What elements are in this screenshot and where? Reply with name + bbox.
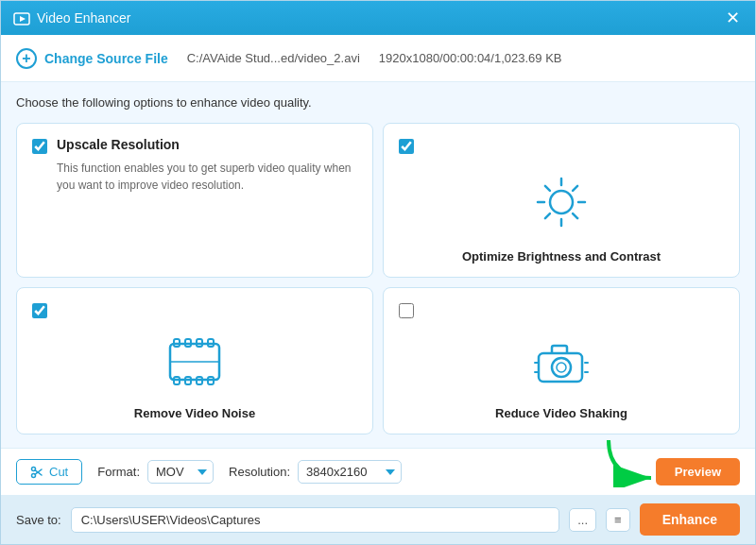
svg-marker-1 (20, 16, 26, 22)
svg-line-8 (573, 213, 577, 218)
close-button[interactable]: ✕ (721, 7, 744, 29)
video-enhancer-window: Video Enhancer ✕ + Change Source File C:… (0, 0, 756, 545)
card-header-noise (32, 301, 357, 318)
upscale-checkbox[interactable] (32, 139, 47, 154)
shaking-label: Reduce Video Shaking (399, 406, 724, 420)
toolbar-row: Cut Format: MOV MP4 AVI MKV Resolution: … (1, 448, 755, 495)
cut-button[interactable]: Cut (16, 459, 82, 485)
scissors-icon (30, 466, 43, 479)
brightness-icon-area (399, 154, 724, 244)
section-instructions: Choose the following options to enhance … (16, 95, 740, 110)
resolution-select[interactable]: 3840x2160 1920x1080 1280x720 (298, 460, 402, 484)
window-title: Video Enhancer (37, 10, 721, 26)
brightness-label: Optimize Brightness and Contrast (399, 249, 724, 264)
enhance-button[interactable]: Enhance (640, 503, 740, 536)
main-content: Choose the following options to enhance … (1, 82, 755, 448)
format-select[interactable]: MOV MP4 AVI MKV (147, 460, 214, 484)
browse-button[interactable]: ... (569, 508, 596, 532)
change-source-button[interactable]: + Change Source File (16, 48, 168, 69)
shaking-checkbox[interactable] (399, 303, 414, 318)
resolution-group: Resolution: 3840x2160 1920x1080 1280x720 (229, 460, 402, 484)
noise-icon-area (32, 318, 357, 400)
source-bar: + Change Source File C:/AVAide Stud...ed… (1, 35, 755, 82)
resolution-label: Resolution: (229, 465, 290, 479)
list-button[interactable]: ≡ (606, 508, 630, 532)
change-source-label: Change Source File (44, 51, 168, 66)
shaking-card: Reduce Video Shaking (383, 287, 740, 434)
shaking-icon-area (399, 318, 724, 400)
upscale-desc: This function enables you to get superb … (57, 160, 357, 194)
card-header: Upscale Resolution (32, 137, 357, 154)
title-bar: Video Enhancer ✕ (1, 1, 755, 35)
save-path-input[interactable] (71, 507, 560, 533)
save-to-label: Save to: (16, 513, 61, 527)
add-icon: + (16, 48, 37, 69)
app-icon (12, 9, 29, 26)
preview-button[interactable]: Preview (656, 458, 740, 485)
brightness-checkbox[interactable] (399, 139, 414, 154)
noise-label: Remove Video Noise (32, 406, 357, 420)
upscale-resolution-card: Upscale Resolution This function enables… (16, 123, 373, 278)
file-path: C:/AVAide Stud...ed/video_2.avi (187, 51, 360, 65)
noise-checkbox[interactable] (32, 303, 47, 318)
format-group: Format: MOV MP4 AVI MKV (97, 460, 214, 484)
card-header-brightness (399, 137, 724, 154)
svg-point-22 (552, 358, 571, 377)
format-label: Format: (97, 465, 140, 479)
svg-line-7 (545, 185, 550, 190)
svg-point-23 (557, 363, 566, 372)
upscale-title: Upscale Resolution (57, 137, 180, 152)
svg-point-2 (550, 191, 573, 213)
noise-card: Remove Video Noise (16, 287, 373, 434)
cut-label: Cut (49, 465, 68, 479)
svg-line-9 (573, 185, 577, 190)
file-meta: 1920x1080/00:00:04/1,023.69 KB (379, 51, 562, 65)
cards-grid: Upscale Resolution This function enables… (16, 123, 740, 434)
brightness-card: Optimize Brightness and Contrast (383, 123, 740, 278)
bottom-bar: Save to: ... ≡ Enhance (1, 495, 755, 544)
svg-line-10 (545, 213, 550, 218)
card-header-shaking (399, 301, 724, 318)
